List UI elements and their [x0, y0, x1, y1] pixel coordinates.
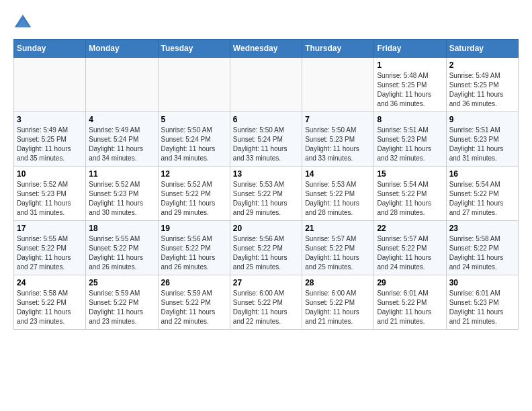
calendar-cell: 24Sunrise: 5:58 AM Sunset: 5:22 PM Dayli…	[14, 275, 86, 330]
calendar-week-2: 3Sunrise: 5:49 AM Sunset: 5:25 PM Daylig…	[14, 112, 519, 167]
calendar-cell: 17Sunrise: 5:55 AM Sunset: 5:22 PM Dayli…	[14, 221, 86, 275]
day-info: Sunrise: 5:54 AM Sunset: 5:22 PM Dayligh…	[377, 180, 443, 218]
calendar-cell: 6Sunrise: 5:50 AM Sunset: 5:24 PM Daylig…	[230, 112, 302, 167]
day-number: 19	[161, 224, 227, 233]
calendar-cell: 18Sunrise: 5:55 AM Sunset: 5:22 PM Dayli…	[86, 221, 158, 275]
page-header	[13, 13, 519, 32]
calendar-cell: 14Sunrise: 5:53 AM Sunset: 5:22 PM Dayli…	[302, 167, 374, 221]
calendar-cell: 3Sunrise: 5:49 AM Sunset: 5:25 PM Daylig…	[14, 112, 86, 167]
day-info: Sunrise: 5:49 AM Sunset: 5:25 PM Dayligh…	[449, 71, 515, 109]
day-number: 26	[161, 278, 227, 287]
day-number: 5	[161, 115, 227, 124]
day-info: Sunrise: 5:53 AM Sunset: 5:22 PM Dayligh…	[233, 180, 299, 218]
day-number: 17	[17, 224, 83, 233]
day-number: 15	[377, 169, 443, 179]
logo	[13, 13, 35, 32]
day-number: 4	[89, 115, 154, 124]
weekday-header-wednesday: Wednesday	[230, 40, 302, 58]
calendar-cell: 25Sunrise: 5:59 AM Sunset: 5:22 PM Dayli…	[86, 275, 158, 330]
calendar-cell: 22Sunrise: 5:57 AM Sunset: 5:22 PM Dayli…	[374, 221, 446, 275]
weekday-header-sunday: Sunday	[14, 40, 86, 58]
day-number: 21	[305, 224, 371, 233]
calendar-cell: 20Sunrise: 5:56 AM Sunset: 5:22 PM Dayli…	[230, 221, 302, 275]
weekday-header-saturday: Saturday	[446, 40, 518, 58]
day-number: 18	[89, 224, 154, 233]
calendar-cell: 19Sunrise: 5:56 AM Sunset: 5:22 PM Dayli…	[158, 221, 230, 275]
day-number: 22	[377, 224, 443, 233]
day-number: 3	[17, 115, 83, 124]
calendar-cell: 7Sunrise: 5:50 AM Sunset: 5:23 PM Daylig…	[302, 112, 374, 167]
day-info: Sunrise: 5:54 AM Sunset: 5:22 PM Dayligh…	[449, 180, 515, 218]
day-number: 23	[449, 224, 515, 233]
day-info: Sunrise: 6:00 AM Sunset: 5:22 PM Dayligh…	[305, 289, 371, 326]
day-number: 20	[233, 224, 299, 233]
day-number: 30	[449, 278, 515, 287]
day-info: Sunrise: 5:53 AM Sunset: 5:22 PM Dayligh…	[305, 180, 371, 218]
day-info: Sunrise: 5:50 AM Sunset: 5:24 PM Dayligh…	[233, 126, 299, 163]
day-number: 24	[17, 278, 83, 287]
day-info: Sunrise: 5:57 AM Sunset: 5:22 PM Dayligh…	[305, 234, 371, 272]
calendar-cell: 30Sunrise: 6:01 AM Sunset: 5:23 PM Dayli…	[446, 275, 518, 330]
day-info: Sunrise: 5:52 AM Sunset: 5:22 PM Dayligh…	[161, 180, 227, 218]
calendar-cell: 13Sunrise: 5:53 AM Sunset: 5:22 PM Dayli…	[230, 167, 302, 221]
calendar-cell: 11Sunrise: 5:52 AM Sunset: 5:23 PM Dayli…	[86, 167, 158, 221]
day-info: Sunrise: 5:50 AM Sunset: 5:24 PM Dayligh…	[161, 126, 227, 163]
day-info: Sunrise: 5:55 AM Sunset: 5:22 PM Dayligh…	[17, 234, 83, 272]
calendar-cell: 23Sunrise: 5:58 AM Sunset: 5:22 PM Dayli…	[446, 221, 518, 275]
calendar-cell	[158, 58, 230, 112]
day-info: Sunrise: 6:00 AM Sunset: 5:22 PM Dayligh…	[233, 289, 299, 326]
calendar-cell: 8Sunrise: 5:51 AM Sunset: 5:23 PM Daylig…	[374, 112, 446, 167]
day-number: 29	[377, 278, 443, 287]
calendar-table: SundayMondayTuesdayWednesdayThursdayFrid…	[13, 39, 519, 330]
calendar-cell: 21Sunrise: 5:57 AM Sunset: 5:22 PM Dayli…	[302, 221, 374, 275]
day-info: Sunrise: 5:56 AM Sunset: 5:22 PM Dayligh…	[161, 234, 227, 272]
day-number: 1	[377, 60, 443, 70]
day-number: 13	[233, 169, 299, 179]
logo-icon	[13, 13, 32, 32]
calendar-cell: 4Sunrise: 5:49 AM Sunset: 5:24 PM Daylig…	[86, 112, 158, 167]
day-number: 27	[233, 278, 299, 287]
weekday-header-friday: Friday	[374, 40, 446, 58]
day-number: 10	[17, 169, 83, 179]
day-number: 25	[89, 278, 154, 287]
calendar-cell	[14, 58, 86, 112]
day-number: 12	[161, 169, 227, 179]
day-number: 8	[377, 115, 443, 124]
calendar-cell: 10Sunrise: 5:52 AM Sunset: 5:23 PM Dayli…	[14, 167, 86, 221]
day-info: Sunrise: 5:49 AM Sunset: 5:24 PM Dayligh…	[89, 126, 154, 163]
weekday-header-tuesday: Tuesday	[158, 40, 230, 58]
calendar-cell	[302, 58, 374, 112]
day-info: Sunrise: 5:59 AM Sunset: 5:22 PM Dayligh…	[161, 289, 227, 326]
calendar-cell: 12Sunrise: 5:52 AM Sunset: 5:22 PM Dayli…	[158, 167, 230, 221]
day-number: 16	[449, 169, 515, 179]
calendar-header: SundayMondayTuesdayWednesdayThursdayFrid…	[14, 40, 519, 58]
day-info: Sunrise: 5:52 AM Sunset: 5:23 PM Dayligh…	[17, 180, 83, 218]
day-info: Sunrise: 6:01 AM Sunset: 5:22 PM Dayligh…	[377, 289, 443, 326]
calendar-cell: 29Sunrise: 6:01 AM Sunset: 5:22 PM Dayli…	[374, 275, 446, 330]
calendar-cell: 27Sunrise: 6:00 AM Sunset: 5:22 PM Dayli…	[230, 275, 302, 330]
day-number: 7	[305, 115, 371, 124]
day-info: Sunrise: 5:50 AM Sunset: 5:23 PM Dayligh…	[305, 126, 371, 163]
weekday-header-thursday: Thursday	[302, 40, 374, 58]
day-info: Sunrise: 5:57 AM Sunset: 5:22 PM Dayligh…	[377, 234, 443, 272]
day-info: Sunrise: 5:59 AM Sunset: 5:22 PM Dayligh…	[89, 289, 154, 326]
calendar-cell: 1Sunrise: 5:48 AM Sunset: 5:25 PM Daylig…	[374, 58, 446, 112]
calendar-cell	[230, 58, 302, 112]
calendar-cell: 2Sunrise: 5:49 AM Sunset: 5:25 PM Daylig…	[446, 58, 518, 112]
calendar-cell: 15Sunrise: 5:54 AM Sunset: 5:22 PM Dayli…	[374, 167, 446, 221]
day-info: Sunrise: 5:49 AM Sunset: 5:25 PM Dayligh…	[17, 126, 83, 163]
calendar-cell: 28Sunrise: 6:00 AM Sunset: 5:22 PM Dayli…	[302, 275, 374, 330]
day-info: Sunrise: 5:51 AM Sunset: 5:23 PM Dayligh…	[449, 126, 515, 163]
day-number: 28	[305, 278, 371, 287]
calendar-cell	[86, 58, 158, 112]
calendar-cell: 26Sunrise: 5:59 AM Sunset: 5:22 PM Dayli…	[158, 275, 230, 330]
day-number: 9	[449, 115, 515, 124]
day-info: Sunrise: 5:52 AM Sunset: 5:23 PM Dayligh…	[89, 180, 154, 218]
calendar-week-5: 24Sunrise: 5:58 AM Sunset: 5:22 PM Dayli…	[14, 275, 519, 330]
calendar-week-3: 10Sunrise: 5:52 AM Sunset: 5:23 PM Dayli…	[14, 167, 519, 221]
day-info: Sunrise: 5:48 AM Sunset: 5:25 PM Dayligh…	[377, 71, 443, 109]
day-number: 2	[449, 60, 515, 70]
day-info: Sunrise: 5:51 AM Sunset: 5:23 PM Dayligh…	[377, 126, 443, 163]
calendar-cell: 16Sunrise: 5:54 AM Sunset: 5:22 PM Dayli…	[446, 167, 518, 221]
day-info: Sunrise: 5:56 AM Sunset: 5:22 PM Dayligh…	[233, 234, 299, 272]
